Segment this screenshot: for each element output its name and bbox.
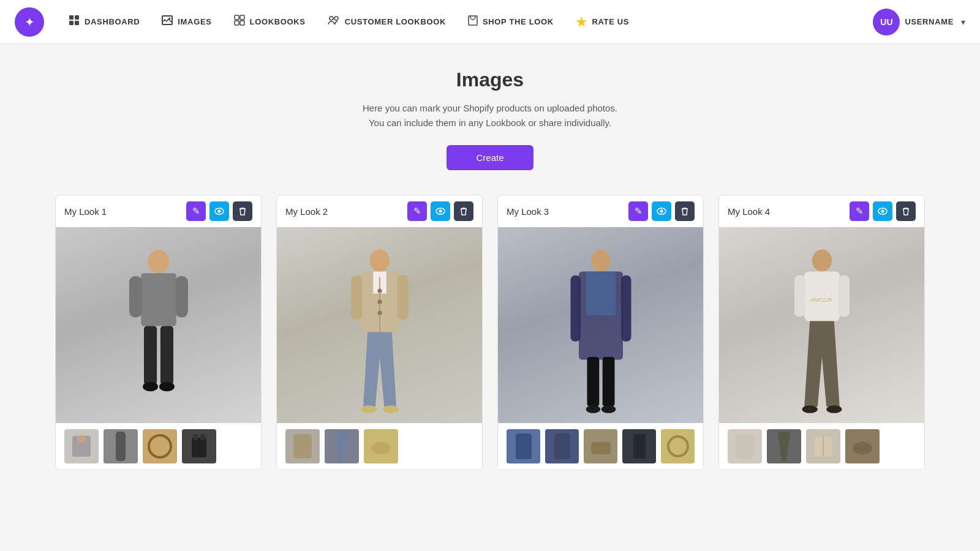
look-title-3: My Look 3: [507, 206, 549, 217]
svg-point-37: [377, 299, 382, 304]
svg-point-73: [853, 442, 872, 454]
svg-point-63: [812, 250, 831, 272]
svg-rect-19: [144, 326, 157, 385]
svg-point-41: [361, 405, 376, 413]
thumbnail-3-1[interactable]: [507, 429, 540, 463]
svg-rect-3: [75, 21, 79, 25]
thumbnail-1-4[interactable]: [182, 429, 216, 463]
look-title-1: My Look 1: [64, 206, 107, 217]
delete-button-1[interactable]: [233, 201, 252, 221]
svg-rect-2: [69, 21, 74, 25]
svg-point-46: [660, 210, 663, 213]
svg-rect-51: [602, 357, 614, 407]
shop-the-look-icon: [468, 15, 478, 29]
thumbnail-2-3[interactable]: [364, 429, 398, 463]
svg-point-54: [586, 405, 600, 413]
nav-label-images: IMAGES: [178, 17, 211, 26]
edit-button-1[interactable]: ✎: [186, 201, 206, 221]
look-card-header-4: My Look 4 ✎: [719, 195, 924, 227]
nav-item-customer-lookbook[interactable]: CUSTOMER LOOKBOOK: [318, 10, 456, 33]
look-title-4: My Look 4: [728, 206, 770, 217]
svg-rect-53: [621, 276, 631, 342]
thumbnail-4-4[interactable]: [845, 429, 880, 463]
avatar-initials: UU: [880, 17, 892, 27]
svg-rect-1: [75, 15, 79, 20]
view-button-3[interactable]: [652, 201, 671, 221]
svg-point-11: [334, 17, 338, 20]
svg-rect-67: [839, 276, 850, 317]
thumbnail-1-1[interactable]: [64, 429, 99, 463]
app-logo[interactable]: ✦: [15, 7, 44, 37]
user-avatar: UU: [873, 9, 900, 36]
thumbnail-4-3[interactable]: [806, 429, 840, 463]
delete-button-3[interactable]: [675, 201, 695, 221]
svg-point-15: [148, 250, 169, 273]
page-title: Images: [55, 69, 925, 91]
svg-point-26: [149, 435, 171, 457]
look-actions-1: ✎: [186, 201, 252, 221]
view-button-4[interactable]: [873, 201, 892, 221]
svg-point-22: [159, 382, 174, 391]
nav-item-dashboard[interactable]: DASHBOARD: [59, 10, 149, 34]
svg-rect-70: [735, 434, 755, 459]
svg-rect-20: [160, 326, 173, 385]
nav-items: DASHBOARD IMAGES LOOKBOOK: [59, 10, 868, 34]
thumbnail-2-1[interactable]: [285, 429, 320, 463]
svg-point-21: [143, 382, 158, 391]
nav-label-rate-us: RATE US: [592, 17, 630, 26]
look-card-header-3: My Look 3 ✎: [498, 195, 703, 227]
edit-button-2[interactable]: ✎: [407, 201, 427, 221]
edit-button-3[interactable]: ✎: [628, 201, 648, 221]
look-card-3: My Look 3 ✎: [497, 195, 704, 470]
page-subtitle-line1: Here you can mark your Shopify products …: [55, 101, 925, 116]
svg-rect-66: [794, 276, 805, 317]
look-card-1: My Look 1 ✎: [55, 195, 262, 470]
nav-item-images[interactable]: IMAGES: [152, 10, 221, 33]
svg-point-44: [371, 442, 391, 454]
view-button-2[interactable]: [431, 201, 450, 221]
thumbnail-4-1[interactable]: [728, 429, 762, 463]
page-header: Images Here you can mark your Shopify pr…: [55, 69, 925, 170]
thumbnail-1-3[interactable]: [143, 429, 177, 463]
create-button[interactable]: Create: [447, 145, 533, 170]
svg-rect-9: [240, 21, 244, 25]
look-card-4: My Look 4 ✎: [718, 195, 925, 470]
nav-item-lookbooks[interactable]: LOOKBOOKS: [224, 10, 315, 34]
nav-item-shop-the-look[interactable]: SHOP THE LOOK: [458, 10, 564, 34]
nav-label-lookbooks: LOOKBOOKS: [250, 17, 306, 26]
edit-button-4[interactable]: ✎: [850, 201, 869, 221]
look-card-header-2: My Look 2 ✎: [277, 195, 482, 227]
thumbnail-4-2[interactable]: [767, 429, 801, 463]
svg-text:AMOUR: AMOUR: [809, 296, 832, 303]
svg-point-60: [668, 437, 688, 456]
svg-point-24: [77, 435, 86, 443]
main-content: Images Here you can mark your Shopify pr…: [31, 44, 949, 507]
nav-item-rate-us[interactable]: ★ RATE US: [566, 10, 639, 34]
page-subtitle-line2: You can include them in any Lookbook or …: [55, 116, 925, 130]
look-image-3: [498, 227, 703, 423]
svg-rect-59: [633, 434, 646, 459]
svg-point-69: [826, 405, 842, 413]
svg-rect-18: [175, 276, 187, 317]
svg-rect-56: [516, 433, 532, 459]
delete-button-2[interactable]: [454, 201, 473, 221]
customer-lookbook-icon: [328, 15, 340, 28]
svg-rect-12: [469, 16, 477, 25]
svg-rect-25: [116, 432, 126, 461]
thumbnail-1-2[interactable]: [104, 429, 138, 463]
thumbnail-3-3[interactable]: [584, 429, 617, 463]
look-title-2: My Look 2: [285, 206, 328, 217]
thumbnail-2-2[interactable]: [325, 429, 359, 463]
look-thumbnails-4: [719, 423, 924, 470]
svg-point-32: [369, 250, 389, 272]
thumbnail-3-2[interactable]: [545, 429, 579, 463]
user-menu-chevron[interactable]: ▾: [961, 17, 965, 27]
svg-rect-57: [554, 433, 570, 459]
svg-rect-28: [193, 434, 198, 440]
thumbnail-3-4[interactable]: [622, 429, 656, 463]
svg-rect-40: [397, 276, 408, 320]
view-button-1[interactable]: [209, 201, 229, 221]
thumbnail-3-5[interactable]: [661, 429, 695, 463]
look-actions-4: ✎: [850, 201, 916, 221]
delete-button-4[interactable]: [896, 201, 916, 221]
